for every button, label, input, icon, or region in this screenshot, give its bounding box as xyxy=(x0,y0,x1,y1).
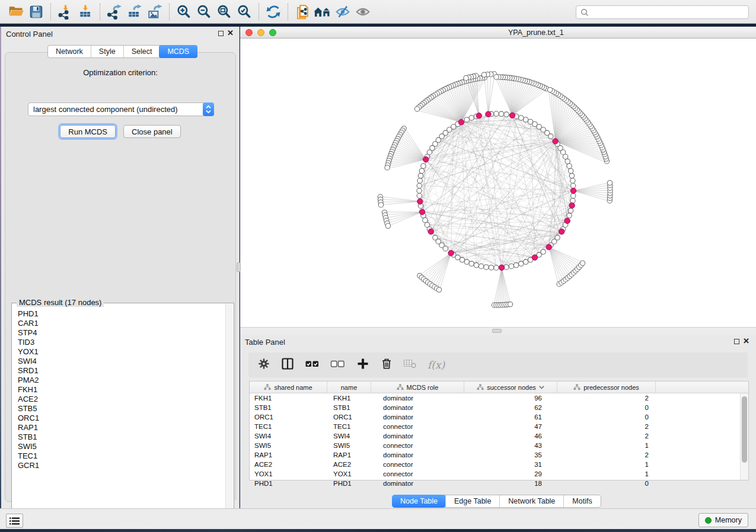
mcds-result-scrollbar[interactable] xyxy=(225,304,233,523)
mcds-result-item[interactable]: YOX1 xyxy=(12,347,225,357)
maximize-window-icon[interactable] xyxy=(269,29,276,36)
import-network-button[interactable] xyxy=(55,2,75,21)
minimize-window-icon[interactable] xyxy=(257,29,264,36)
mcds-result-item[interactable]: SWI4 xyxy=(12,357,225,366)
table-row[interactable]: FKH1FKH1dominator962 xyxy=(250,393,748,403)
table-row[interactable]: YOX1YOX1connector291 xyxy=(250,469,748,479)
home-button[interactable] xyxy=(312,2,333,21)
zoom-in-button[interactable] xyxy=(174,2,194,21)
list-icon xyxy=(9,517,20,525)
tab-node-table[interactable]: Node Table xyxy=(392,495,446,508)
mcds-result-item[interactable]: STB1 xyxy=(12,432,225,442)
close-panel-button[interactable]: Close panel xyxy=(123,125,181,138)
zoom-fit-button[interactable] xyxy=(214,2,234,21)
column-header-predecessor-nodes[interactable]: predecessor nodes xyxy=(557,382,656,393)
mcds-result-item[interactable]: PMA2 xyxy=(12,376,225,385)
show-column-panes-button[interactable] xyxy=(280,357,295,373)
mcds-result-item[interactable]: PHD1 xyxy=(12,309,225,319)
mcds-result-fieldset: MCDS result (17 nodes) PHD1CAR1STP4TID3Y… xyxy=(11,303,234,524)
mcds-result-item[interactable]: SWI5 xyxy=(12,442,225,451)
table-scrollbar[interactable] xyxy=(740,393,748,480)
column-header-shared-name[interactable]: shared name xyxy=(250,382,327,393)
mcds-result-item[interactable]: ORC1 xyxy=(12,414,225,423)
tab-style[interactable]: Style xyxy=(91,46,123,57)
table-cell: PHD1 xyxy=(250,479,327,488)
table-cell: 0 xyxy=(557,479,656,488)
function-builder-button-disabled: f(x) xyxy=(428,359,445,371)
mcds-result-item[interactable]: RAP1 xyxy=(12,423,225,432)
export-table-button[interactable] xyxy=(125,2,145,21)
search-input[interactable] xyxy=(592,7,748,18)
table-row[interactable]: ORC1ORC1dominator610 xyxy=(250,412,748,422)
close-panel-icon[interactable]: ✕ xyxy=(227,28,234,37)
save-session-button[interactable] xyxy=(26,2,46,21)
network-canvas[interactable] xyxy=(240,39,756,327)
apply-layout-refresh-button[interactable] xyxy=(263,2,283,21)
delete-column-button[interactable] xyxy=(380,357,393,373)
search-box[interactable] xyxy=(576,5,749,19)
run-mcds-button[interactable]: Run MCDS xyxy=(60,125,116,138)
mcds-result-item[interactable]: STB5 xyxy=(12,404,225,414)
close-window-icon[interactable] xyxy=(245,29,253,36)
column-header-mcds-role[interactable]: MCDS role xyxy=(371,382,464,393)
eye-slash-icon xyxy=(335,4,350,20)
add-column-button[interactable] xyxy=(356,357,370,373)
float-panel-icon[interactable] xyxy=(734,339,739,344)
criterion-select[interactable]: largest connected component (undirected) xyxy=(28,102,214,116)
tab-select[interactable]: Select xyxy=(123,46,160,57)
table-row[interactable]: ACE2ACE2connector311 xyxy=(250,460,748,469)
table-row[interactable]: PHD1PHD1dominator180 xyxy=(250,479,748,488)
tab-network[interactable]: Network xyxy=(48,46,91,57)
show-graphics-details-button[interactable] xyxy=(353,2,373,21)
memory-status-icon xyxy=(705,517,712,524)
mcds-result-item[interactable]: FKH1 xyxy=(12,385,225,395)
table-cell: 61 xyxy=(464,412,557,422)
column-header-label: predecessor nodes xyxy=(583,384,639,391)
zoom-out-button[interactable] xyxy=(194,2,214,21)
table-row[interactable]: RAP1RAP1dominator352 xyxy=(250,450,748,460)
show-panels-list-button[interactable] xyxy=(6,514,23,528)
deselect-all-columns-button[interactable] xyxy=(330,357,346,373)
table-cell: connector xyxy=(371,460,464,469)
column-header-name[interactable]: name xyxy=(327,382,371,393)
import-table-button[interactable] xyxy=(75,2,95,21)
tab-network-table[interactable]: Network Table xyxy=(499,495,563,507)
memory-button[interactable]: Memory xyxy=(698,513,748,527)
export-image-button[interactable] xyxy=(145,2,165,21)
horizontal-split-handle[interactable] xyxy=(492,329,502,333)
open-session-button[interactable] xyxy=(6,2,26,21)
tab-motifs[interactable]: Motifs xyxy=(563,495,600,507)
column-header-label: name xyxy=(341,384,358,391)
toolbar-separator xyxy=(100,4,100,20)
table-cell: PHD1 xyxy=(327,479,371,488)
close-panel-icon[interactable]: ✕ xyxy=(743,336,749,345)
hide-graphics-details-button[interactable] xyxy=(333,2,353,21)
float-panel-icon[interactable] xyxy=(218,31,224,36)
mcds-result-item[interactable]: ACE2 xyxy=(12,395,225,404)
select-all-columns-button[interactable] xyxy=(305,357,320,373)
mcds-result-item[interactable]: STP4 xyxy=(12,328,225,338)
mcds-result-item[interactable]: SRD1 xyxy=(12,366,225,376)
zoom-out-icon xyxy=(196,4,212,20)
tab-edge-table[interactable]: Edge Table xyxy=(445,495,499,507)
export-network-button[interactable] xyxy=(104,2,125,21)
table-row[interactable]: TEC1TEC1connector472 xyxy=(250,422,748,431)
vertical-split-handle[interactable] xyxy=(237,262,241,272)
zoom-selected-button[interactable] xyxy=(234,2,254,21)
table-cell: RAP1 xyxy=(327,450,371,460)
table-row[interactable]: SWI5SWI5connector431 xyxy=(250,441,748,450)
mcds-result-item[interactable]: CAR1 xyxy=(12,319,225,328)
mcds-result-item[interactable]: TID3 xyxy=(12,338,225,347)
control-panel-titlebar: Control Panel ✕ xyxy=(1,27,239,41)
mcds-result-item[interactable]: GCR1 xyxy=(12,461,225,470)
table-panel-tabs: Node TableEdge TableNetwork TableMotifs xyxy=(392,495,601,508)
table-row[interactable]: STB1STB1dominator620 xyxy=(250,403,748,412)
table-settings-button[interactable] xyxy=(257,357,270,373)
mcds-result-item[interactable]: TEC1 xyxy=(12,451,225,461)
export-network-to-web-button[interactable] xyxy=(292,2,312,21)
column-header-successor-nodes[interactable]: successor nodes xyxy=(464,382,557,393)
attribute-tree-icon xyxy=(397,384,404,390)
table-scrollbar-thumb[interactable] xyxy=(742,396,747,463)
tab-mcds[interactable]: MCDS xyxy=(159,45,197,58)
table-row[interactable]: SWI4SWI4dominator462 xyxy=(250,431,748,441)
